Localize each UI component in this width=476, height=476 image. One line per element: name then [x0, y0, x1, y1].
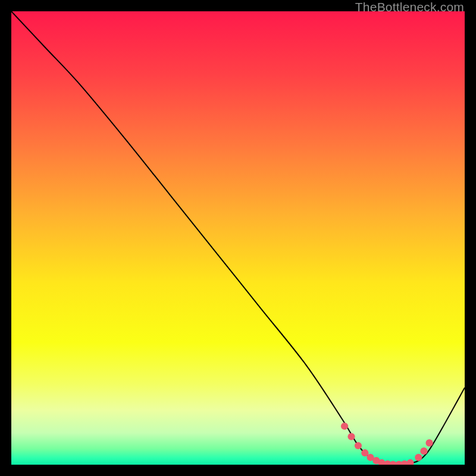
bottleneck-chart: [11, 11, 465, 465]
marker-dot: [347, 433, 355, 440]
marker-dot: [341, 422, 348, 430]
chart-frame: [11, 11, 465, 465]
marker-dot: [425, 439, 433, 446]
marker-dot: [420, 447, 427, 455]
marker-dot: [355, 442, 362, 449]
marker-dot: [415, 454, 422, 461]
watermark-text: TheBottleneck.com: [355, 0, 464, 14]
gradient-background: [11, 11, 465, 465]
